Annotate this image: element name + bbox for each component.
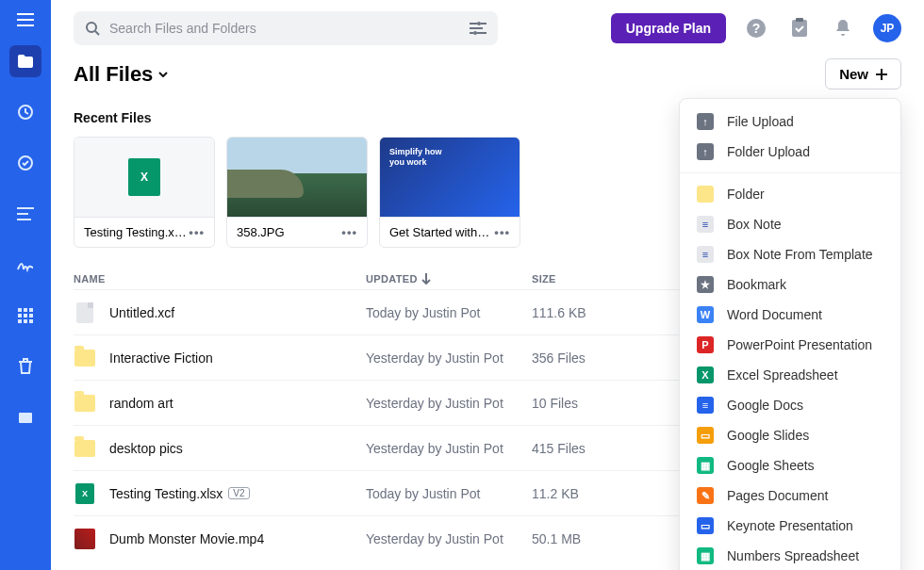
svg-point-13 bbox=[477, 22, 481, 25]
new-menu-item[interactable]: ↑Folder Upload bbox=[680, 137, 900, 167]
thumbnail: X bbox=[74, 138, 214, 217]
file-icon bbox=[76, 302, 93, 323]
file-updated: Today by Justin Pot bbox=[366, 486, 532, 501]
new-menu-item[interactable]: ▭Google Slides bbox=[680, 420, 900, 450]
new-menu-item[interactable]: ★Bookmark bbox=[680, 269, 900, 300]
recent-file-card[interactable]: Simplify howyou workGet Started with…••• bbox=[379, 137, 520, 248]
more-actions-button[interactable]: ••• bbox=[189, 225, 205, 239]
menu-item-label: PowerPoint Presentation bbox=[727, 337, 872, 352]
file-name: Dumb Monster Movie.mp4 bbox=[109, 531, 264, 546]
nav-collection[interactable] bbox=[9, 401, 41, 433]
gslide-icon: ▭ bbox=[697, 427, 714, 444]
new-menu-dropdown: ↑File Upload↑Folder Upload Folder≡Box No… bbox=[679, 98, 901, 570]
file-size: 11.2 KB bbox=[532, 486, 645, 501]
new-menu-item[interactable]: PPowerPoint Presentation bbox=[680, 330, 900, 360]
keynote-icon: ▭ bbox=[697, 517, 714, 534]
new-button-label: New bbox=[839, 66, 868, 82]
nav-trash[interactable] bbox=[9, 350, 41, 383]
nav-recents[interactable] bbox=[9, 96, 41, 128]
file-size: 10 Files bbox=[532, 396, 645, 411]
more-actions-button[interactable]: ••• bbox=[341, 225, 357, 239]
nav-apps[interactable] bbox=[9, 300, 41, 332]
svg-rect-7 bbox=[29, 314, 33, 318]
menu-item-label: Numbers Spreadsheet bbox=[727, 548, 859, 563]
clock-icon bbox=[17, 104, 34, 121]
help-icon: ? bbox=[746, 18, 767, 39]
hamburger-menu[interactable] bbox=[17, 13, 34, 26]
new-button[interactable]: New bbox=[825, 58, 901, 90]
file-updated: Yesterday by Justin Pot bbox=[366, 350, 532, 366]
xls-icon: X bbox=[697, 366, 714, 383]
new-menu-item[interactable]: ▭Keynote Presentation bbox=[680, 511, 900, 541]
menu-item-label: Excel Spreadsheet bbox=[727, 367, 838, 383]
recent-file-name: Get Started with… bbox=[389, 225, 489, 239]
file-updated: Yesterday by Justin Pot bbox=[366, 441, 532, 456]
thumbnail bbox=[227, 138, 367, 217]
clipboard-icon bbox=[790, 18, 809, 39]
menu-item-label: Box Note bbox=[727, 217, 782, 232]
new-menu-item[interactable]: ≡Box Note bbox=[680, 209, 900, 239]
new-menu-item[interactable]: ✎Pages Document bbox=[680, 480, 900, 511]
page-title-text: All Files bbox=[74, 62, 153, 87]
more-actions-button[interactable]: ••• bbox=[494, 225, 510, 239]
sidebar bbox=[0, 0, 51, 570]
tasks-button[interactable] bbox=[786, 15, 813, 41]
file-size: 50.1 MB bbox=[532, 531, 645, 546]
new-menu-item[interactable]: ≡Box Note From Template bbox=[680, 239, 900, 269]
search-input[interactable] bbox=[109, 21, 460, 36]
file-name: random art bbox=[109, 396, 173, 411]
note-icon: ≡ bbox=[697, 246, 714, 263]
file-name: Testing Testing.xlsx bbox=[109, 486, 223, 501]
notifications-button[interactable] bbox=[830, 15, 856, 41]
nav-files[interactable] bbox=[9, 45, 41, 77]
svg-rect-9 bbox=[24, 319, 27, 323]
gdoc-icon: ≡ bbox=[697, 397, 714, 414]
menu-item-label: File Upload bbox=[727, 114, 794, 129]
user-avatar[interactable]: JP bbox=[873, 14, 901, 42]
new-menu-item[interactable]: ▦Google Sheets bbox=[680, 450, 900, 480]
new-menu-item[interactable]: Folder bbox=[680, 179, 900, 209]
bell-icon bbox=[834, 19, 851, 38]
ppt-icon: P bbox=[697, 336, 714, 353]
note-icon: ≡ bbox=[697, 216, 714, 233]
upgrade-plan-button[interactable]: Upgrade Plan bbox=[611, 13, 726, 43]
new-menu-item[interactable]: XExcel Spreadsheet bbox=[680, 360, 900, 390]
nav-synced[interactable] bbox=[9, 147, 41, 179]
topbar: Upgrade Plan ? JP bbox=[51, 0, 924, 53]
recent-file-name: Testing Testing.x… bbox=[84, 225, 187, 239]
plus-icon bbox=[876, 69, 887, 80]
recent-file-card[interactable]: XTesting Testing.x…••• bbox=[74, 137, 215, 248]
file-updated: Yesterday by Justin Pot bbox=[366, 531, 532, 546]
folder-icon bbox=[74, 350, 95, 366]
apps-grid-icon bbox=[18, 308, 33, 323]
recent-file-card[interactable]: 358.JPG••• bbox=[226, 137, 368, 248]
upload-folder-icon: ↑ bbox=[697, 143, 714, 160]
word-icon: W bbox=[697, 306, 714, 323]
new-menu-item[interactable]: ↑File Upload bbox=[680, 106, 900, 137]
svg-rect-2 bbox=[18, 308, 22, 312]
chevron-down-icon bbox=[158, 72, 168, 77]
file-size: 111.6 KB bbox=[532, 305, 645, 320]
svg-rect-3 bbox=[24, 308, 27, 312]
new-menu-item[interactable]: WWord Document bbox=[680, 300, 900, 330]
file-size: 415 Files bbox=[532, 441, 645, 456]
svg-rect-11 bbox=[19, 413, 32, 423]
folder-icon bbox=[17, 54, 34, 69]
help-button[interactable]: ? bbox=[743, 15, 769, 41]
column-updated[interactable]: UPDATED bbox=[366, 273, 532, 285]
new-menu-item[interactable]: ▦Numbers Spreadsheet bbox=[680, 541, 900, 570]
svg-rect-8 bbox=[18, 319, 22, 323]
column-name[interactable]: NAME bbox=[74, 273, 366, 285]
nav-sign[interactable] bbox=[9, 249, 41, 281]
menu-item-label: Folder Upload bbox=[727, 144, 810, 159]
menu-item-label: Bookmark bbox=[727, 277, 786, 292]
nav-notes[interactable] bbox=[9, 198, 41, 230]
svg-rect-18 bbox=[796, 18, 803, 22]
search-filter-icon[interactable] bbox=[470, 22, 487, 35]
file-name: Interactive Fiction bbox=[109, 350, 213, 366]
page-title[interactable]: All Files bbox=[74, 62, 168, 87]
search-box[interactable] bbox=[74, 11, 498, 45]
new-menu-item[interactable]: ≡Google Docs bbox=[680, 390, 900, 420]
column-size[interactable]: SIZE bbox=[532, 273, 645, 285]
folder-icon bbox=[697, 186, 714, 203]
